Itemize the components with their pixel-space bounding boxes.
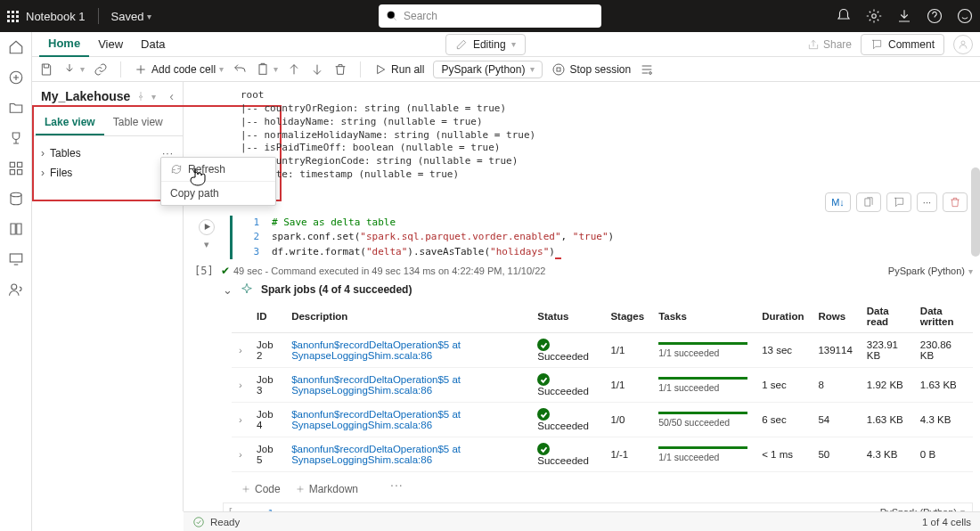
add-code-button[interactable]: Code [241, 483, 281, 495]
job-stages: 1/1 [603, 368, 651, 403]
stop-session-button[interactable]: Stop session [551, 62, 631, 77]
search-box[interactable]: Search [379, 4, 601, 28]
collapse-panel-button[interactable]: ‹ [169, 89, 174, 103]
settings-list-icon[interactable] [640, 62, 654, 77]
status-bar: Ready 1 of 4 cells [184, 511, 980, 531]
svg-rect-18 [865, 199, 870, 206]
save-state-dropdown[interactable]: Saved ▾ [111, 10, 152, 23]
avatar[interactable] [953, 35, 973, 54]
scrollbar[interactable] [971, 167, 980, 257]
job-description-link[interactable]: $anonfun$recordDeltaOperation$5 at Synap… [284, 368, 530, 403]
more-cell-icon[interactable]: ··· [917, 192, 937, 212]
help-icon[interactable] [927, 8, 943, 24]
job-description-link[interactable]: $anonfun$recordDeltaOperation$5 at Synap… [284, 333, 530, 368]
waffle-icon[interactable] [7, 11, 19, 22]
tree-files[interactable]: › Files [37, 163, 177, 183]
arrow-down-icon[interactable] [310, 62, 324, 77]
people-icon[interactable] [8, 282, 24, 298]
download-icon[interactable] [896, 8, 912, 24]
tree-tables[interactable]: › Tables ··· [37, 143, 177, 163]
more-output-icon[interactable]: ··· [390, 478, 404, 492]
col-duration[interactable]: Duration [755, 300, 811, 333]
exec-status: Command executed in 49 sec 134 ms on 4:2… [271, 266, 545, 276]
tables-label: Tables [50, 147, 81, 159]
editing-dropdown[interactable]: Editing ▾ [445, 34, 526, 55]
link-icon[interactable] [94, 62, 108, 77]
smile-icon[interactable] [957, 8, 973, 24]
comment-cell-icon[interactable] [886, 192, 911, 212]
add-markdown-button[interactable]: Markdown [295, 483, 358, 495]
cell-language-selector[interactable]: PySpark (Python)▾ [888, 266, 973, 276]
expand-row-icon[interactable]: › [232, 333, 249, 368]
col-written[interactable]: Data written [913, 300, 973, 333]
col-rows[interactable]: Rows [811, 300, 859, 333]
markdown-toggle[interactable]: M↓ [825, 192, 851, 212]
menu-copy-path[interactable]: Copy path [161, 182, 275, 205]
expand-row-icon[interactable]: › [232, 437, 249, 472]
search-placeholder: Search [404, 10, 437, 22]
expand-row-icon[interactable]: › [232, 368, 249, 403]
col-desc[interactable]: Description [284, 300, 530, 333]
tab-lake-view[interactable]: Lake view [36, 110, 104, 135]
copy-cell-icon[interactable] [856, 192, 881, 212]
delete-cell-icon[interactable] [943, 192, 968, 212]
collapse-jobs-icon[interactable]: ⌄ [223, 283, 233, 297]
col-status[interactable]: Status [530, 300, 603, 333]
col-id[interactable]: ID [249, 300, 284, 333]
expand-row-icon[interactable]: › [232, 403, 249, 437]
folder-icon[interactable] [8, 100, 24, 116]
chevron-down-icon[interactable]: ▾ [204, 239, 209, 250]
job-status: Succeeded [530, 437, 603, 472]
svg-point-4 [959, 10, 972, 23]
schema-root: root [241, 89, 968, 102]
share-button[interactable]: Share [807, 38, 852, 51]
run-cell-button[interactable] [199, 219, 215, 235]
monitor-icon[interactable] [8, 251, 24, 267]
bell-icon[interactable] [836, 8, 852, 24]
run-all-button[interactable]: Run all [373, 62, 424, 77]
clipboard-icon[interactable]: ▾ [256, 62, 278, 77]
check-icon [537, 443, 550, 455]
main-area: root |-- countryOrRegion: string (nullab… [184, 82, 980, 511]
col-read[interactable]: Data read [860, 300, 913, 333]
tab-data[interactable]: Data [132, 32, 174, 57]
download-icon[interactable]: ▾ [62, 62, 85, 77]
svg-point-15 [553, 64, 564, 75]
delete-icon[interactable] [333, 62, 347, 77]
chevron-down-icon[interactable]: ▾ [151, 92, 156, 102]
svg-rect-11 [10, 254, 22, 262]
col-tasks[interactable]: Tasks [651, 300, 755, 333]
add-circle-icon[interactable] [8, 69, 24, 86]
notebook-title[interactable]: Notebook 1 [26, 10, 86, 23]
arrow-up-icon[interactable] [287, 62, 301, 77]
job-tasks: 50/50 succeeded [651, 403, 755, 437]
comment-button[interactable]: Comment [861, 34, 944, 55]
language-select[interactable]: PySpark (Python) ▾ [433, 61, 543, 78]
undo-icon[interactable] [233, 62, 247, 77]
apps-icon[interactable] [8, 160, 24, 176]
code-cell[interactable]: 1# Save as delta table 2spark.conf.set("… [240, 216, 973, 260]
job-id: Job 4 [249, 403, 284, 437]
job-description-link[interactable]: $anonfun$recordDeltaOperation$5 at Synap… [284, 403, 530, 437]
menu-refresh[interactable]: Refresh [161, 158, 275, 181]
tab-home[interactable]: Home [39, 32, 89, 57]
job-stages: 1/1 [603, 333, 651, 368]
empty-cell[interactable]: [ ] 1 PySpark (Python) ▾ Press shift + e… [223, 502, 973, 511]
search-icon [386, 10, 398, 22]
cell-toolbar: M↓ ··· [191, 192, 973, 216]
save-icon[interactable] [39, 62, 53, 77]
database-icon[interactable] [8, 191, 24, 207]
schema-line: |-- date: timestamp (nullable = true) [241, 168, 968, 182]
pin-icon[interactable] [135, 91, 146, 102]
tab-table-view[interactable]: Table view [104, 110, 172, 135]
play-icon [373, 62, 388, 77]
job-description-link[interactable]: $anonfun$recordDeltaOperation$5 at Synap… [284, 437, 530, 472]
col-stages[interactable]: Stages [603, 300, 651, 333]
trophy-icon[interactable] [8, 130, 24, 146]
home-icon[interactable] [8, 39, 24, 55]
add-code-cell-button[interactable]: Add code cell ▾ [134, 62, 224, 77]
book-icon[interactable] [8, 221, 24, 237]
job-duration: < 1 ms [755, 437, 811, 472]
gear-icon[interactable] [866, 8, 882, 24]
tab-view[interactable]: View [89, 32, 132, 57]
